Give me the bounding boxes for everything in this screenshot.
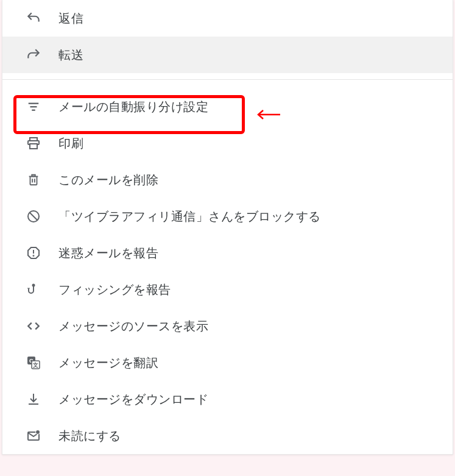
annotation-arrow-icon — [255, 107, 281, 122]
menu-item-delete[interactable]: このメールを削除 — [2, 162, 453, 198]
menu-item-print[interactable]: 印刷 — [2, 125, 453, 162]
menu-item-label: このメールを削除 — [58, 172, 158, 188]
menu-item-label: フィッシングを報告 — [58, 282, 171, 298]
phishing-icon — [26, 282, 41, 297]
menu-item-download[interactable]: メッセージをダウンロード — [2, 381, 453, 417]
menu-item-label: メッセージをダウンロード — [58, 391, 208, 408]
svg-point-17 — [36, 430, 40, 435]
menu-item-forward[interactable]: 転送 — [2, 37, 453, 73]
menu-item-filter[interactable]: メールの自動振り分け設定 — [2, 88, 453, 125]
menu-item-label: 迷惑メールを報告 — [58, 245, 158, 261]
filter-icon — [26, 99, 41, 115]
block-icon — [26, 208, 41, 224]
reply-icon — [26, 10, 41, 26]
svg-rect-2 — [32, 110, 35, 111]
translate-icon: G 文 — [26, 355, 41, 371]
svg-line-6 — [30, 213, 38, 221]
menu-item-show-original[interactable]: メッセージのソースを表示 — [2, 308, 453, 344]
menu-item-report-phishing[interactable]: フィッシングを報告 — [2, 271, 453, 308]
svg-rect-4 — [30, 144, 37, 149]
menu-item-label: 印刷 — [58, 135, 83, 152]
download-icon — [26, 391, 41, 407]
menu-item-label: 返信 — [58, 10, 83, 27]
menu-separator — [2, 79, 453, 80]
report-spam-icon — [26, 245, 41, 261]
menu-item-label: メッセージのソースを表示 — [58, 318, 208, 335]
print-icon — [26, 135, 41, 151]
context-menu: 返信 転送 メールの自動振り分け設定 — [2, 0, 453, 455]
menu-item-translate[interactable]: G 文 メッセージを翻訳 — [2, 344, 453, 381]
forward-icon — [26, 47, 41, 63]
menu-item-block[interactable]: 「ツイブラアフィリ通信」さんをブロックする — [2, 198, 453, 235]
svg-text:文: 文 — [32, 362, 38, 368]
menu-item-label: メッセージを翻訳 — [58, 355, 158, 371]
menu-item-report-spam[interactable]: 迷惑メールを報告 — [2, 235, 453, 271]
svg-point-10 — [32, 284, 35, 287]
menu-item-label: 転送 — [58, 47, 83, 63]
delete-icon — [26, 172, 41, 188]
svg-rect-0 — [29, 103, 39, 104]
menu-item-label: 未読にする — [58, 428, 121, 444]
code-icon — [26, 318, 41, 334]
svg-rect-1 — [30, 106, 37, 107]
svg-point-9 — [34, 255, 34, 256]
menu-item-mark-unread[interactable]: 未読にする — [2, 417, 453, 454]
menu-item-label: 「ツイブラアフィリ通信」さんをブロックする — [58, 208, 321, 225]
mark-unread-icon — [26, 428, 41, 444]
menu-item-reply[interactable]: 返信 — [2, 0, 453, 37]
menu-item-label: メールの自動振り分け設定 — [58, 99, 208, 115]
